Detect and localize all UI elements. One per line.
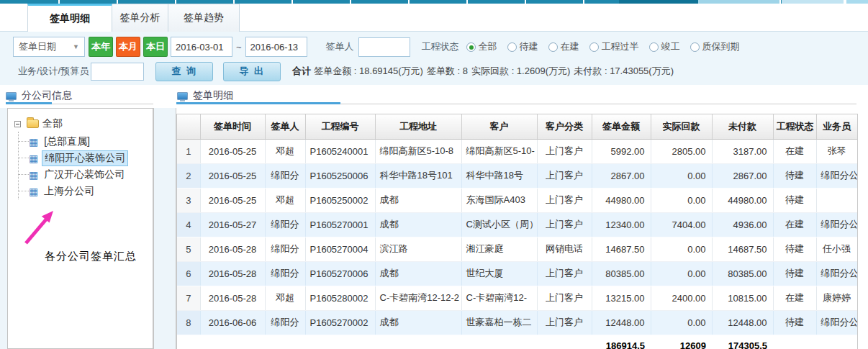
table-cell: 待建 [773,163,816,188]
query-button[interactable]: 查 询 [155,62,213,81]
table-cell: 上门客户 [537,286,592,310]
sidebar-title-underline [6,102,52,104]
table-cell: 绵阳分 [265,163,305,188]
radio-label: 待建 [520,40,538,53]
table-cell: 2016-05-25 [200,139,265,163]
table-cell: 绵阳分 [265,310,305,335]
table-cell: 5992.00 [592,139,651,163]
table-cell: 2867.00 [592,163,651,188]
filter-panel: 签单日期 ▼ 本年本月本日 ~ 签单人 工程状态 全部待建在建工程过半竣工质保到… [0,32,868,85]
column-header-4[interactable]: 工程编号 [305,114,375,139]
table-row[interactable]: 72016-05-28邓超P1605280002C-卡碧南湾12-12-2C-卡… [177,286,857,310]
table-row[interactable]: 52016-05-28绵阳分P1605270004滨江路湘江豪庭网销电话1468… [177,237,857,261]
table-cell: P1605250002 [305,188,375,212]
tree-collapse-icon[interactable] [14,121,21,127]
column-header-5[interactable]: 工程地址 [375,114,461,139]
tree-item-3[interactable]: ▦广汉开心装饰公司 [19,166,153,183]
column-header-9[interactable]: 实际回款 [651,114,712,139]
table-cell: 世豪嘉柏一栋二 [461,310,537,335]
tree-item-label: 广汉开心装饰公司 [42,168,127,182]
table-cell: 2016-05-25 [200,188,265,212]
table-cell: 邓超 [265,139,305,163]
totals-cell [461,335,537,349]
tree-item-2[interactable]: ▦绵阳开心装饰公司 [19,150,153,166]
tree-item-4[interactable]: ▦上海分公司 [19,183,153,199]
date-from-input[interactable] [171,37,232,57]
table-row[interactable]: 22016-05-25绵阳分P1605250006科华中路18号101科华中路1… [177,163,857,188]
table-icon: ▦ [29,153,38,163]
status-radio-2[interactable]: 待建 [507,40,538,53]
table-row[interactable]: 32016-05-25邓超P1605250002成都东海国际A403上门客户44… [177,188,857,212]
quick-button-2[interactable]: 本月 [116,37,140,57]
column-header-1[interactable] [177,114,200,139]
date-type-select[interactable]: 签单日期 ▼ [13,37,85,57]
signer-input[interactable] [358,37,410,57]
column-header-7[interactable]: 客户分类 [537,114,592,139]
table-row[interactable]: 42016-05-27绵阳分P1605270001成都C测试小区（周）上门客户1… [177,212,857,237]
tab-3[interactable]: 签单趋势 [168,4,240,32]
table-cell: 成都 [375,261,461,286]
quick-button-3[interactable]: 本日 [143,37,168,57]
tab-1[interactable]: 签单明细 [27,4,112,32]
table-row[interactable]: 62016-05-28绵阳分P1605270006成都世纪大厦上门客户80385… [177,261,857,286]
tree-item-label: 绵阳开心装饰公司 [42,150,128,166]
table-cell: 44980.00 [592,188,651,212]
table-icon: ▦ [29,137,38,147]
table-cell: 绵阳分公 [816,163,857,188]
panel-splitter[interactable] [153,108,176,349]
table-icon: ▦ [29,170,38,180]
table-cell: 12340.00 [592,212,651,237]
totals-cell [177,335,200,349]
column-header-8[interactable]: 签单金额 [592,114,651,139]
table-cell: 2867.00 [712,163,773,188]
status-radio-1[interactable]: 全部 [466,40,497,53]
column-header-10[interactable]: 未付款 [712,114,773,139]
table-cell: 成都 [375,188,461,212]
table-cell: C-卡碧南湾12- [461,286,537,310]
status-radio-5[interactable]: 竣工 [649,40,680,53]
table-cell: 绵阳分公 [816,310,857,335]
column-header-6[interactable]: 客户 [461,114,537,139]
row-number-cell: 5 [177,237,200,261]
summary-item-3: 实际回款 : 1.2609(万元) [471,65,570,76]
column-header-2[interactable]: 签单时间 [200,114,265,139]
column-header-11[interactable]: 工程状态 [773,114,816,139]
column-header-12[interactable]: 业务员 [816,114,857,139]
tree-root-item[interactable]: 全部 [14,116,153,132]
tree-item-1[interactable]: ▦[总部直属] [19,133,153,150]
table-cell: 在建 [773,139,816,163]
export-button[interactable]: 导 出 [223,62,281,81]
filter-row-actions: 业务/设计/预算员 查 询 导 出 合计签单金额 : 18.69145(万元)签… [18,61,677,81]
table-cell: 0.00 [651,261,712,286]
annotation-text: 各分公司签单汇总 [45,250,137,263]
table-cell: 成都 [375,212,461,237]
summary-item-1: 签单金额 : 18.69145(万元) [314,65,423,76]
table-cell: 2016-05-25 [200,163,265,188]
status-radio-3[interactable]: 在建 [548,40,579,53]
date-to-input[interactable] [245,37,307,57]
totals-cell [773,335,816,349]
table-cell: P1605270004 [305,237,375,261]
totals-cell: 174305.5 [712,335,773,349]
table-row[interactable]: 12016-05-25邓超P1605240001绵阳高新区5-10-8绵阳高新区… [177,139,857,163]
status-radio-6[interactable]: 质保到期 [690,40,740,53]
orders-table-wrap: 签单时间签单人工程编号工程地址客户客户分类签单金额实际回款未付款工程状态业务员1… [176,114,858,349]
status-radio-4[interactable]: 工程过半 [589,40,639,53]
tab-2[interactable]: 签单分析 [112,4,168,32]
row-number-cell: 3 [177,188,200,212]
tree-item-label: [总部直属] [42,135,92,149]
column-header-3[interactable]: 签单人 [265,114,305,139]
staff-input[interactable] [91,63,144,81]
table-row[interactable]: 82016-06-06绵阳分P1605270002成都世豪嘉柏一栋二上门客户12… [177,310,857,335]
signer-label: 签单人 [326,40,354,53]
table-cell: 2400.00 [651,286,712,310]
page-left-margin [0,108,7,349]
table-cell: 12448.00 [592,310,651,335]
table-cell: 待建 [773,261,816,286]
table-cell: 绵阳分公 [816,212,857,237]
row-number-cell: 2 [177,163,200,188]
table-cell: P1605270001 [305,212,375,237]
monitor-icon [6,92,17,100]
quick-button-1[interactable]: 本年 [89,37,113,57]
main-title-underline [176,102,340,104]
